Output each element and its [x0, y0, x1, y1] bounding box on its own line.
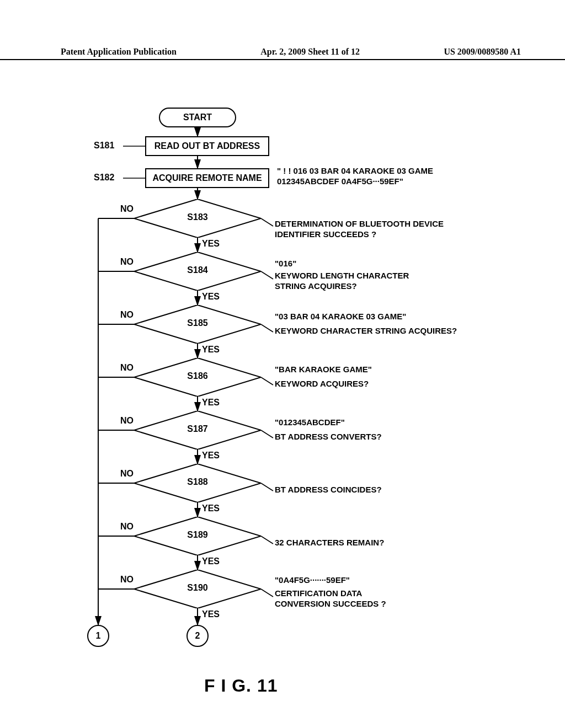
- decision-s186-ref: S186: [187, 371, 207, 381]
- decision-s189: S189: [134, 517, 261, 555]
- decision-s190: S190: [134, 570, 261, 608]
- svg-line-25: [261, 483, 273, 491]
- decision-s183-text: DETERMINATION OF BLUETOOTH DEVICE IDENTI…: [275, 219, 444, 240]
- decision-s190-no: NO: [120, 575, 134, 585]
- decision-s188-no: NO: [120, 469, 134, 479]
- decision-s187-example: "012345ABCDEF": [275, 417, 345, 428]
- decision-s183-yes: YES: [202, 239, 220, 249]
- decision-s187-text: BT ADDRESS CONVERTS?: [275, 432, 382, 442]
- decision-s188-yes: YES: [202, 504, 220, 513]
- process-s181-label: READ OUT BT ADDRESS: [154, 141, 260, 151]
- decision-s185-yes: YES: [202, 345, 220, 355]
- decision-s185: S185: [134, 305, 261, 344]
- decision-s183-ref: S183: [187, 212, 207, 222]
- process-s181: READ OUT BT ADDRESS: [145, 136, 269, 156]
- process-s182: ACQUIRE REMOTE NAME: [145, 168, 269, 188]
- header-center: Apr. 2, 2009 Sheet 11 of 12: [260, 47, 360, 57]
- header-right: US 2009/0089580 A1: [444, 47, 521, 57]
- decision-s190-text: CERTIFICATION DATA CONVERSION SUCCEEDS ?: [275, 588, 386, 609]
- header-left: Patent Application Publication: [61, 47, 177, 57]
- note-s182: " ! ! 016 03 BAR 04 KARAOKE 03 GAME 0123…: [277, 166, 433, 187]
- decision-s185-no: NO: [120, 310, 134, 320]
- decision-s188-text: BT ADDRESS COINCIDES?: [275, 485, 382, 495]
- process-s182-label: ACQUIRE REMOTE NAME: [152, 173, 262, 183]
- decision-s187-yes: YES: [202, 451, 220, 461]
- decision-s184-text: KEYWORD LENGTH CHARACTER STRING ACQUIRES…: [275, 271, 409, 292]
- decision-s185-example: "03 BAR 04 KARAOKE 03 GAME": [275, 312, 406, 322]
- decision-s190-ref: S190: [187, 583, 207, 593]
- decision-s188-ref: S188: [187, 477, 207, 487]
- decision-s185-text: KEYWORD CHARACTER STRING ACQUIRES?: [275, 326, 457, 336]
- decision-s184-ref: S184: [187, 265, 207, 275]
- svg-line-20: [261, 218, 273, 226]
- decision-s188: S188: [134, 464, 261, 502]
- connector-2-label: 2: [195, 631, 200, 641]
- page-header: Patent Application Publication Apr. 2, 2…: [0, 47, 565, 60]
- decision-s189-yes: YES: [202, 556, 220, 566]
- decision-s189-no: NO: [120, 522, 134, 532]
- decision-s183: S183: [134, 199, 261, 238]
- decision-s184-example: "016": [275, 259, 296, 269]
- connector-1-label: 1: [96, 631, 101, 641]
- connector-1: 1: [87, 625, 109, 647]
- decision-s187-ref: S187: [187, 424, 207, 434]
- decision-s187-no: NO: [120, 416, 134, 426]
- connector-2: 2: [186, 625, 209, 647]
- decision-s186-no: NO: [120, 363, 134, 373]
- figure-caption: F I G. 11: [204, 676, 278, 696]
- decision-s190-example: "0A4F5G·······59EF": [275, 575, 350, 586]
- decision-s184-no: NO: [120, 257, 134, 267]
- decision-s189-text: 32 CHARACTERS REMAIN?: [275, 538, 384, 548]
- decision-s185-ref: S185: [187, 318, 207, 328]
- decision-s186-example: "BAR KARAOKE GAME": [275, 365, 372, 375]
- decision-s189-ref: S189: [187, 530, 207, 540]
- svg-line-24: [261, 430, 273, 438]
- decision-s186-text: KEYWORD ACQUIRES?: [275, 379, 369, 389]
- decision-s190-yes: YES: [202, 609, 220, 619]
- svg-line-26: [261, 536, 273, 544]
- decision-s184-yes: YES: [202, 292, 220, 302]
- svg-line-27: [261, 589, 273, 597]
- ref-s181: S181: [94, 141, 114, 151]
- svg-line-21: [261, 271, 273, 279]
- decision-s183-no: NO: [120, 204, 134, 214]
- terminator-start-label: START: [183, 113, 212, 122]
- decision-s187: S187: [134, 411, 261, 449]
- svg-line-22: [261, 324, 273, 332]
- terminator-start: START: [159, 108, 236, 127]
- svg-line-23: [261, 377, 273, 385]
- decision-s186: S186: [134, 358, 261, 397]
- ref-s182: S182: [94, 173, 114, 183]
- decision-s186-yes: YES: [202, 398, 220, 408]
- decision-s184: S184: [134, 252, 261, 291]
